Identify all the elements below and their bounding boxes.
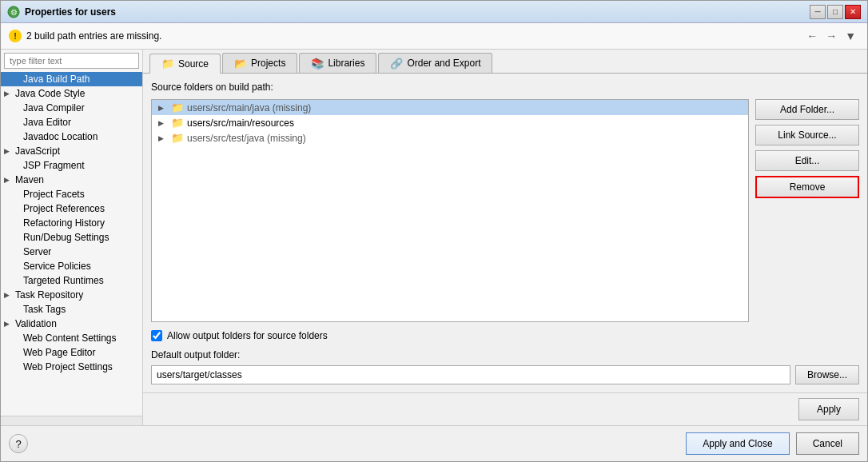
expand-arrow-icon: ▶ <box>4 320 12 328</box>
source-panel-body: ▶📁users/src/main/java (missing)▶📁users/s… <box>151 99 859 322</box>
sidebar-item[interactable]: Web Content Settings <box>1 331 142 345</box>
tree-item-label: users/src/main/resources <box>187 117 294 129</box>
tab-label: Projects <box>251 58 285 69</box>
main-area: Java Build Path▶Java Code StyleJava Comp… <box>1 50 867 425</box>
allow-output-label: Allow output folders for source folders <box>167 330 328 341</box>
sidebar-item[interactable]: Java Compiler <box>1 101 142 115</box>
sidebar-item[interactable]: Javadoc Location <box>1 129 142 144</box>
tree-item[interactable]: ▶📁users/src/main/resources <box>152 115 748 130</box>
sidebar-item-label: Task Repository <box>15 289 83 301</box>
sidebar-item[interactable]: ▶Validation <box>1 317 142 331</box>
source-tree: ▶📁users/src/main/java (missing)▶📁users/s… <box>151 99 749 322</box>
tab-source[interactable]: 📁Source <box>149 54 221 74</box>
browse-button[interactable]: Browse... <box>795 365 859 384</box>
tree-folder-icon: 📁 <box>171 132 184 144</box>
dialog-body: ! 2 build path entries are missing. ← → … <box>1 23 867 461</box>
navigation-buttons: ← → ▼ <box>803 28 859 44</box>
tree-item[interactable]: ▶📁users/src/main/java (missing) <box>152 100 748 115</box>
sidebar-item[interactable]: Project References <box>1 201 142 216</box>
sidebar-item-label: Targeted Runtimes <box>23 275 104 286</box>
tree-folder-icon: 📁 <box>171 117 184 129</box>
sidebar-item[interactable]: Targeted Runtimes <box>1 273 142 288</box>
sidebar-item[interactable]: Refactoring History <box>1 216 142 230</box>
tab-icon: 📁 <box>161 58 174 70</box>
sidebar-item[interactable]: Web Project Settings <box>1 360 142 374</box>
dialog-title: Properties for users <box>25 6 810 18</box>
allow-output-checkbox[interactable] <box>151 330 162 341</box>
filter-input[interactable] <box>4 53 139 69</box>
sidebar-item[interactable]: ▶JavaScript <box>1 144 142 158</box>
tree-item-label: users/src/main/java (missing) <box>187 102 311 114</box>
tree-expand-icon: ▶ <box>158 134 168 142</box>
source-folders-label: Source folders on build path: <box>151 82 859 93</box>
sidebar-item[interactable]: Server <box>1 245 142 259</box>
output-section: Default output folder: Browse... <box>151 349 859 384</box>
source-panel: Source folders on build path: ▶📁users/sr… <box>143 74 867 392</box>
tab-projects[interactable]: 📂Projects <box>222 53 297 73</box>
minimize-button[interactable]: ─ <box>810 5 826 19</box>
footer-buttons: Apply and Close Cancel <box>686 432 859 455</box>
nav-dropdown-button[interactable]: ▼ <box>842 28 859 44</box>
sidebar-item[interactable]: ▶Task Repository <box>1 288 142 302</box>
expand-arrow-icon: ▶ <box>4 176 12 184</box>
sidebar-item-label: Java Editor <box>23 117 71 128</box>
warning-bar: ! 2 build path entries are missing. ← → … <box>1 23 867 50</box>
tab-libraries[interactable]: 📚Libraries <box>299 53 376 73</box>
sidebar-item[interactable]: Run/Debug Settings <box>1 230 142 245</box>
action-btn-remove[interactable]: Remove <box>755 176 859 198</box>
expand-arrow-icon: ▶ <box>4 147 12 155</box>
help-button[interactable]: ? <box>9 434 28 453</box>
tab-label: Source <box>178 58 209 70</box>
sidebar-item-label: Project Facets <box>23 189 85 200</box>
sidebar-item-label: JSP Fragment <box>23 160 84 171</box>
tab-label: Order and Export <box>407 58 480 69</box>
sidebar-item-label: Java Code Style <box>15 88 85 99</box>
close-button[interactable]: ✕ <box>845 5 861 19</box>
sidebar-bottom-scrollbar <box>1 416 142 425</box>
apply-button[interactable]: Apply <box>798 398 859 420</box>
action-btn-add-folder-[interactable]: Add Folder... <box>755 99 859 120</box>
sidebar-item[interactable]: JSP Fragment <box>1 158 142 173</box>
tab-label: Libraries <box>328 58 364 69</box>
sidebar-item[interactable]: ▶Java Code Style <box>1 86 142 101</box>
title-bar: ⚙ Properties for users ─ □ ✕ <box>1 1 867 23</box>
tab-order-and-export[interactable]: 🔗Order and Export <box>378 53 492 73</box>
apply-close-button[interactable]: Apply and Close <box>686 432 789 455</box>
sidebar-item[interactable]: Service Policies <box>1 259 142 273</box>
warning-message: ! 2 build path entries are missing. <box>9 30 161 42</box>
sidebar-item[interactable]: Java Build Path <box>1 72 142 86</box>
sidebar-list: Java Build Path▶Java Code StyleJava Comp… <box>1 72 142 416</box>
warning-icon: ! <box>9 30 22 42</box>
sidebar-item-label: Java Compiler <box>23 102 85 114</box>
tree-expand-icon: ▶ <box>158 119 168 127</box>
window-controls: ─ □ ✕ <box>810 5 861 19</box>
sidebar-item[interactable]: Java Editor <box>1 115 142 129</box>
output-folder-label: Default output folder: <box>151 349 859 360</box>
action-btn-link-source-[interactable]: Link Source... <box>755 125 859 145</box>
tab-icon: 🔗 <box>390 58 403 70</box>
maximize-button[interactable]: □ <box>827 5 843 19</box>
output-row: Browse... <box>151 365 859 384</box>
tree-item[interactable]: ▶📁users/src/test/java (missing) <box>152 130 748 145</box>
sidebar-item[interactable]: ▶Maven <box>1 173 142 187</box>
cancel-button[interactable]: Cancel <box>796 432 859 455</box>
sidebar-item[interactable]: Web Page Editor <box>1 345 142 360</box>
sidebar-item-label: JavaScript <box>15 145 60 157</box>
sidebar-item-label: Web Project Settings <box>23 361 113 372</box>
sidebar-item-label: Web Content Settings <box>23 333 117 344</box>
sidebar-item-label: Maven <box>15 174 44 185</box>
back-button[interactable]: ← <box>803 28 821 44</box>
forward-button[interactable]: → <box>822 28 840 44</box>
action-btn-edit-[interactable]: Edit... <box>755 150 859 171</box>
tabs-bar: 📁Source📂Projects📚Libraries🔗Order and Exp… <box>143 50 867 74</box>
sidebar: Java Build Path▶Java Code StyleJava Comp… <box>1 50 143 425</box>
expand-arrow-icon: ▶ <box>4 291 12 299</box>
output-folder-input[interactable] <box>151 365 790 384</box>
sidebar-item[interactable]: Task Tags <box>1 302 142 317</box>
sidebar-item[interactable]: Project Facets <box>1 187 142 201</box>
tree-expand-icon: ▶ <box>158 104 168 112</box>
content-area: 📁Source📂Projects📚Libraries🔗Order and Exp… <box>143 50 867 425</box>
tab-icon: 📚 <box>311 58 324 70</box>
sidebar-item-label: Service Policies <box>23 261 91 272</box>
tree-item-label: users/src/test/java (missing) <box>187 133 306 144</box>
